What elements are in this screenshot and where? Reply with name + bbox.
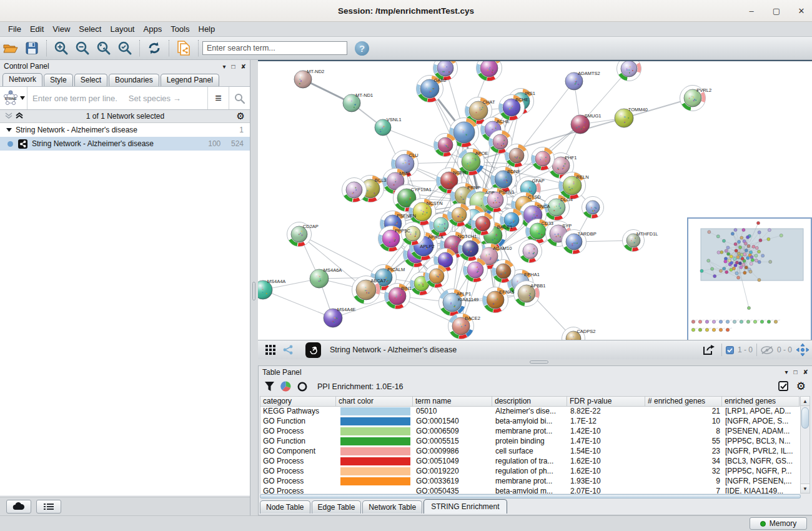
cloud-button[interactable] xyxy=(6,500,31,514)
float-panel-icon[interactable]: □ xyxy=(794,369,798,375)
select-all-checkbox-icon[interactable] xyxy=(778,381,789,392)
tab-network-table[interactable]: Network Table xyxy=(362,500,422,514)
tab-string-enrichment[interactable]: STRING Enrichment xyxy=(423,499,507,514)
gear-icon[interactable]: ⚙ xyxy=(796,380,806,393)
table-row[interactable]: KEGG Pathways05010Alzheimer's dise...8.8… xyxy=(260,407,801,417)
splitter-handle[interactable] xyxy=(530,360,548,364)
string-search-button[interactable] xyxy=(229,87,250,109)
menu-item-tools[interactable]: Tools xyxy=(166,23,194,35)
column-header-chart-color[interactable]: chart color xyxy=(336,396,413,407)
birds-eye-navigator[interactable] xyxy=(687,217,812,342)
task-history-button[interactable] xyxy=(36,500,61,514)
network-node[interactable] xyxy=(519,240,542,263)
search-input[interactable] xyxy=(202,41,347,55)
help-button[interactable]: ? xyxy=(355,41,369,56)
table-row[interactable]: GO ProcessGO:0050435beta-amyloid m...2.0… xyxy=(260,487,801,494)
string-protein-query-selector[interactable]: STRING xyxy=(0,87,27,109)
zoom-out-button[interactable] xyxy=(72,39,92,57)
network-node[interactable] xyxy=(425,265,448,288)
zoom-selected-button[interactable] xyxy=(115,39,135,57)
network-collection-row[interactable]: String Network - Alzheimer's disease 1 xyxy=(0,123,250,137)
tree-expand-icon[interactable] xyxy=(6,127,12,132)
maximize-button[interactable]: ▢ xyxy=(772,6,781,16)
vertical-splitter[interactable] xyxy=(250,60,258,359)
network-node[interactable] xyxy=(505,144,528,167)
selected-checkbox-icon[interactable] xyxy=(726,346,734,354)
pan-compass-icon[interactable] xyxy=(796,343,810,357)
open-in-browser-button[interactable] xyxy=(305,342,321,358)
string-options-button[interactable]: ≡ xyxy=(207,87,229,109)
menu-item-help[interactable]: Help xyxy=(194,23,220,35)
network-node[interactable] xyxy=(463,258,488,282)
network-node[interactable] xyxy=(477,61,502,81)
table-row[interactable]: GO ProcessGO:0033619membrane prot...1.93… xyxy=(260,477,801,487)
network-from-file-button[interactable] xyxy=(174,39,194,57)
column-header-enriched-genes[interactable]: enriched genes xyxy=(722,396,800,407)
tab-select[interactable]: Select xyxy=(74,74,107,86)
table-row[interactable]: GO ProcessGO:0051049regulation of tra...… xyxy=(260,457,801,467)
refresh-button[interactable] xyxy=(144,39,164,57)
column-header--enriched-genes[interactable]: # enriched genes xyxy=(645,396,722,407)
save-session-button[interactable] xyxy=(22,39,42,57)
remove-chart-icon[interactable] xyxy=(297,382,307,392)
table-row[interactable]: GO FunctionGO:0005515protein binding1.47… xyxy=(260,437,801,447)
zoom-in-button[interactable] xyxy=(51,39,71,57)
column-header-description[interactable]: description xyxy=(492,396,567,407)
table-row[interactable]: GO ComponentGO:0009986cell surface1.54E-… xyxy=(260,447,801,457)
network-node[interactable] xyxy=(458,237,483,261)
network-node[interactable] xyxy=(434,134,457,157)
export-network-button[interactable] xyxy=(700,342,718,358)
network-node[interactable] xyxy=(402,222,425,246)
close-panel-icon[interactable]: ✘ xyxy=(241,63,246,70)
tab-edge-table[interactable]: Edge Table xyxy=(312,500,362,514)
table-vertical-scrollbar[interactable]: ▲ ▼ xyxy=(800,396,810,494)
panel-menu-icon[interactable]: ▾ xyxy=(223,63,226,70)
close-panel-icon[interactable]: ✘ xyxy=(803,369,808,375)
table-row[interactable]: GO ProcessGO:0006509membrane prot...1.42… xyxy=(260,427,801,437)
table-horizontal-scrollbar[interactable] xyxy=(260,494,801,499)
open-session-button[interactable] xyxy=(1,39,21,57)
column-header-FDR-p-value[interactable]: FDR p-value xyxy=(567,396,645,407)
tab-boundaries[interactable]: Boundaries xyxy=(109,74,159,86)
column-header-category[interactable]: category xyxy=(260,396,336,407)
tab-style[interactable]: Style xyxy=(44,74,73,86)
network-node[interactable] xyxy=(532,147,555,171)
float-panel-icon[interactable]: □ xyxy=(232,63,235,70)
scroll-up-arrow[interactable]: ▲ xyxy=(801,397,810,406)
splitter-handle[interactable] xyxy=(252,282,255,300)
filter-funnel-icon[interactable] xyxy=(265,382,274,391)
menu-item-layout[interactable]: Layout xyxy=(106,23,139,35)
menu-item-select[interactable]: Select xyxy=(74,23,106,35)
tab-node-table[interactable]: Node Table xyxy=(260,500,310,514)
grid-view-button[interactable] xyxy=(262,342,279,358)
network-node[interactable] xyxy=(492,260,515,283)
memory-button[interactable]: Memory xyxy=(750,517,807,530)
menu-item-edit[interactable]: Edit xyxy=(26,23,48,35)
set-species-hint[interactable]: Set species → xyxy=(129,94,181,103)
close-button[interactable]: ✕ xyxy=(797,6,806,16)
network-row[interactable]: String Network - Alzheimer's disease 100… xyxy=(0,137,250,151)
table-row[interactable]: GO FunctionGO:0001540beta-amyloid bi...1… xyxy=(260,417,801,427)
zoom-fit-button[interactable] xyxy=(94,39,114,57)
tab-network[interactable]: Network xyxy=(2,73,42,86)
menu-item-view[interactable]: View xyxy=(48,23,74,35)
panel-menu-icon[interactable]: ▾ xyxy=(785,369,788,375)
network-view[interactable]: MT-ND2MT-ND1VSNL1GAB2ADAMTS2PVRL2TOMM40S… xyxy=(258,60,812,359)
scrollbar-thumb[interactable] xyxy=(260,494,801,499)
scroll-down-arrow[interactable]: ▼ xyxy=(801,484,810,493)
tab-legend-panel[interactable]: Legend Panel xyxy=(161,74,219,86)
hidden-eye-icon[interactable] xyxy=(761,346,773,354)
chart-settings-icon[interactable] xyxy=(280,381,291,392)
network-node[interactable] xyxy=(582,197,604,219)
network-node[interactable] xyxy=(342,178,367,202)
share-view-button[interactable] xyxy=(279,342,297,358)
menu-item-file[interactable]: File xyxy=(4,23,26,35)
table-row[interactable]: GO ProcessGO:0019220regulation of ph...1… xyxy=(260,467,801,477)
menu-item-apps[interactable]: Apps xyxy=(139,23,167,35)
minimize-button[interactable]: – xyxy=(747,6,756,16)
network-node[interactable] xyxy=(448,204,471,227)
string-query-placeholder[interactable]: Enter one term per line. xyxy=(32,94,117,103)
horizontal-splitter[interactable] xyxy=(258,359,812,365)
network-node[interactable] xyxy=(472,212,495,236)
scrollbar-thumb[interactable] xyxy=(801,407,809,429)
